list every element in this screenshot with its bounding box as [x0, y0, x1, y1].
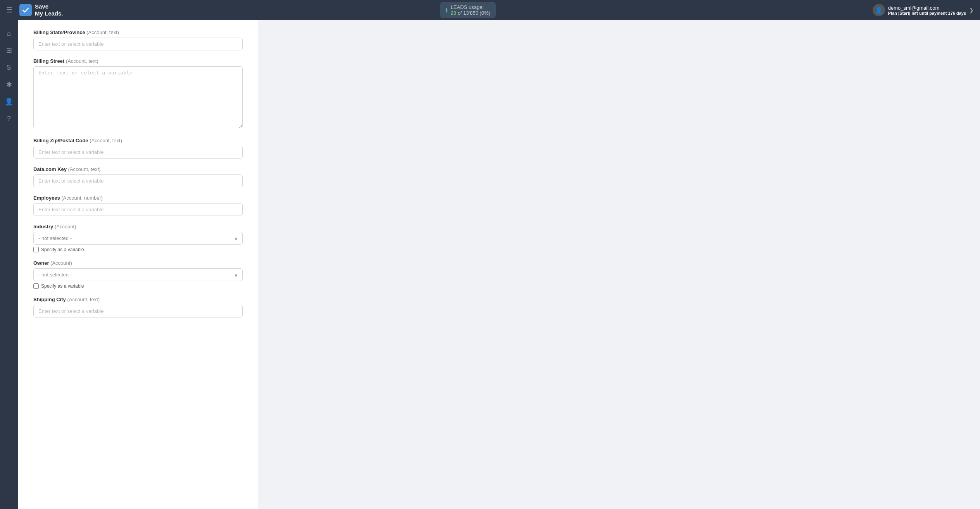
owner-specify-variable-checkbox[interactable]	[33, 283, 39, 289]
industry-select[interactable]: - not selected -	[33, 232, 243, 245]
industry-specify-variable-checkbox[interactable]	[33, 247, 39, 252]
billing-zip-field: Billing Zip/Postal Code (Account, text)	[33, 138, 243, 159]
datacom-key-input[interactable]	[33, 174, 243, 187]
leads-usage-panel: ℹ LEADS usage: 23 of 13'850 (0%)	[440, 2, 496, 18]
shipping-city-input[interactable]	[33, 305, 243, 317]
user-menu-chevron-icon[interactable]: ❯	[969, 7, 974, 13]
sidebar-item-tools[interactable]: ✱	[2, 78, 16, 91]
hamburger-menu-icon[interactable]: ☰	[6, 6, 12, 14]
billing-street-field: Billing Street (Account, text)	[33, 58, 243, 130]
billing-zip-label: Billing Zip/Postal Code (Account, text)	[33, 138, 243, 143]
sidebar-item-home[interactable]: ⌂	[2, 26, 16, 40]
owner-label: Owner (Account)	[33, 260, 243, 266]
employees-meta: (Account, number)	[61, 195, 103, 201]
user-info: demo_sml@gmail.com Plan |Start| left unt…	[888, 5, 966, 16]
industry-field: Industry (Account) - not selected - ∨ Sp…	[33, 224, 243, 252]
owner-select[interactable]: - not selected -	[33, 268, 243, 281]
right-panel	[499, 20, 980, 509]
sidebar: ⌂ ⊞ $ ✱ 👤 ?	[0, 20, 18, 509]
industry-checkbox-row: Specify as a variable	[33, 247, 243, 252]
shipping-city-label: Shipping City (Account, text)	[33, 297, 243, 302]
datacom-key-meta: (Account, text)	[68, 166, 101, 172]
billing-street-textarea[interactable]	[33, 66, 243, 128]
owner-select-wrapper: - not selected - ∨	[33, 268, 243, 281]
header-left: ☰ Save My Leads.	[6, 3, 63, 17]
logo-text: Save My Leads.	[35, 3, 63, 17]
owner-checkbox-row: Specify as a variable	[33, 283, 243, 289]
main-layout: ⌂ ⊞ $ ✱ 👤 ? Billing State/Province (Acco…	[0, 20, 980, 509]
info-icon: ℹ	[445, 7, 448, 14]
employees-field: Employees (Account, number)	[33, 195, 243, 216]
owner-meta: (Account)	[50, 260, 72, 266]
sidebar-item-profile[interactable]: 👤	[2, 95, 16, 109]
industry-specify-variable-label: Specify as a variable	[41, 247, 84, 252]
sidebar-item-billing[interactable]: $	[2, 60, 16, 74]
content-area: Billing State/Province (Account, text) B…	[18, 20, 499, 509]
sidebar-item-help[interactable]: ?	[2, 112, 16, 126]
user-avatar: 👤	[873, 4, 885, 16]
billing-zip-input[interactable]	[33, 146, 243, 159]
billing-street-label: Billing Street (Account, text)	[33, 58, 243, 64]
owner-field: Owner (Account) - not selected - ∨ Speci…	[33, 260, 243, 289]
form-panel: Billing State/Province (Account, text) B…	[18, 20, 258, 509]
shipping-city-meta: (Account, text)	[67, 297, 100, 302]
billing-zip-meta: (Account, text)	[90, 138, 122, 143]
app-logo: Save My Leads.	[19, 3, 63, 17]
app-header: ☰ Save My Leads. ℹ LEADS usage: 23 of 13…	[0, 0, 980, 20]
employees-label: Employees (Account, number)	[33, 195, 243, 201]
billing-state-field: Billing State/Province (Account, text)	[33, 29, 243, 50]
datacom-key-field: Data.com Key (Account, text)	[33, 166, 243, 187]
billing-state-meta: (Account, text)	[86, 29, 119, 35]
header-right: 👤 demo_sml@gmail.com Plan |Start| left u…	[873, 4, 974, 16]
employees-input[interactable]	[33, 203, 243, 216]
leads-usage-text: LEADS usage: 23 of 13'850 (0%)	[451, 4, 490, 16]
billing-street-meta: (Account, text)	[66, 58, 98, 64]
logo-icon	[19, 4, 32, 16]
industry-select-wrapper: - not selected - ∨	[33, 232, 243, 245]
shipping-city-field: Shipping City (Account, text)	[33, 297, 243, 317]
industry-meta: (Account)	[55, 224, 76, 229]
sidebar-item-connections[interactable]: ⊞	[2, 43, 16, 57]
billing-state-input[interactable]	[33, 38, 243, 50]
user-plan: Plan |Start| left until payment 176 days	[888, 11, 966, 16]
owner-specify-variable-label: Specify as a variable	[41, 283, 84, 289]
industry-label: Industry (Account)	[33, 224, 243, 229]
user-email: demo_sml@gmail.com	[888, 5, 966, 11]
datacom-key-label: Data.com Key (Account, text)	[33, 166, 243, 172]
billing-state-label: Billing State/Province (Account, text)	[33, 29, 243, 35]
